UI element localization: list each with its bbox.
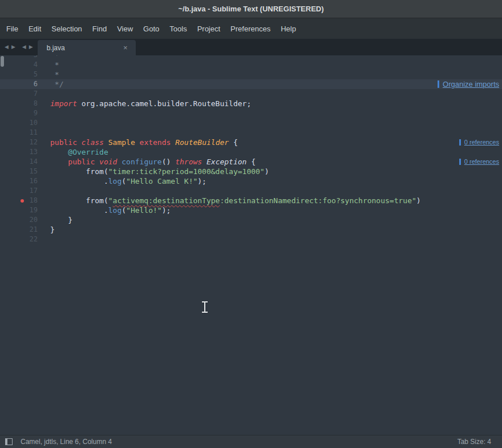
error-dot-icon	[21, 199, 24, 203]
code-line: 3 *	[0, 55, 502, 60]
menu-project[interactable]: Project	[192, 22, 225, 36]
code-line: 13 @Override	[0, 147, 502, 157]
code-line: 8import org.apache.camel.builder.RouteBu…	[0, 99, 502, 108]
code-text: }	[50, 215, 72, 225]
line-number: 21	[5, 225, 38, 235]
line-number: 6	[5, 79, 38, 89]
tab-b-java[interactable]: b.java ×	[38, 40, 136, 55]
window-title-bar[interactable]: ~/b.java - Sublime Text (UNREGISTERED)	[0, 0, 502, 18]
code-text: .log("Hello!");	[50, 205, 171, 215]
code-line: 9	[0, 108, 502, 118]
line-number: 14	[5, 157, 38, 167]
tab-close-icon[interactable]: ×	[123, 44, 128, 51]
lsp-annotation: 0 references	[459, 157, 499, 167]
line-number: 10	[5, 118, 38, 128]
line-number: 22	[5, 235, 38, 244]
line-number: 3	[5, 55, 38, 60]
lsp-annotation: Organize imports	[438, 79, 499, 89]
line-number: 17	[5, 186, 38, 196]
line-number: 12	[5, 138, 38, 147]
tab-label: b.java	[47, 44, 65, 52]
code-text: .log("Hello Camel K!");	[50, 176, 207, 186]
line-number: 11	[5, 128, 38, 138]
menu-preferences[interactable]: Preferences	[225, 22, 276, 36]
code-text: import org.apache.camel.builder.RouteBui…	[50, 99, 251, 108]
line-number: 15	[5, 167, 38, 176]
menubar: FileEditSelectionFindViewGotoToolsProjec…	[0, 18, 502, 39]
scrollbar-thumb[interactable]	[1, 56, 4, 67]
status-left-text: Camel, jdtls, Line 6, Column 4	[21, 438, 112, 446]
code-line: 5 *	[0, 70, 502, 79]
menu-goto[interactable]: Goto	[138, 22, 164, 36]
code-text: */	[50, 79, 63, 89]
status-bar: Camel, jdtls, Line 6, Column 4 Tab Size:…	[0, 435, 502, 448]
code-text: }	[50, 225, 55, 235]
code-text: *	[50, 60, 59, 70]
code-line: 10	[0, 118, 502, 128]
code-line: 11	[0, 128, 502, 138]
code-text: *	[50, 55, 59, 60]
nav-back-icon[interactable]: ◀	[22, 43, 27, 51]
code-line: 6 */Organize imports	[0, 79, 502, 89]
code-line: 16 .log("Hello Camel K!");	[0, 176, 502, 186]
code-line: 15 from("timer:tick?period=1000&delay=10…	[0, 167, 502, 176]
code-text: @Override	[50, 147, 108, 157]
code-line: 21}	[0, 225, 502, 235]
code-line: 7	[0, 89, 502, 99]
code-line: 14 public void configure() throws Except…	[0, 157, 502, 167]
nav-back-icon[interactable]: ◀	[4, 43, 9, 51]
code-text: public class Sample extends RouteBuilder…	[50, 138, 238, 147]
ibeam-cursor-icon	[201, 301, 209, 313]
line-number: 8	[5, 99, 38, 108]
code-line: 18 from("activemq:destinationType:destin…	[0, 196, 502, 205]
annotation-bar	[459, 139, 461, 146]
code-text: from("activemq:destinationType:destinati…	[50, 196, 421, 205]
annotation-link[interactable]: 0 references	[464, 138, 499, 147]
code-text: *	[50, 70, 59, 79]
nav-forward-icon[interactable]: ▶	[11, 43, 16, 51]
code-lines: 3 *4 *5 *6 */Organize imports78import or…	[0, 55, 502, 244]
code-line: 22	[0, 235, 502, 244]
line-number: 9	[5, 108, 38, 118]
tab-nav: ◀▶◀▶	[0, 39, 38, 55]
code-line: 19 .log("Hello!");	[0, 205, 502, 215]
code-line: 17	[0, 186, 502, 196]
line-number: 19	[5, 205, 38, 215]
line-number: 5	[5, 70, 38, 79]
menu-file[interactable]: File	[1, 22, 23, 36]
code-editor[interactable]: 3 *4 *5 *6 */Organize imports78import or…	[0, 55, 502, 435]
status-tab-size[interactable]: Tab Size: 4	[458, 438, 497, 446]
menu-selection[interactable]: Selection	[46, 22, 87, 36]
annotation-link[interactable]: 0 references	[464, 157, 499, 167]
code-line: 4 *	[0, 60, 502, 70]
panel-toggle-icon[interactable]	[5, 438, 13, 445]
menu-help[interactable]: Help	[276, 22, 301, 36]
line-number: 4	[5, 60, 38, 70]
code-text: public void configure() throws Exception…	[50, 157, 256, 167]
line-number: 16	[5, 176, 38, 186]
menu-find[interactable]: Find	[87, 22, 112, 36]
tab-bar: ◀▶◀▶ b.java ×	[0, 39, 502, 55]
annotation-bar	[438, 80, 439, 88]
code-text: from("timer:tick?period=1000&delay=1000"…	[50, 167, 269, 176]
code-line: 12public class Sample extends RouteBuild…	[0, 138, 502, 147]
nav-forward-icon[interactable]: ▶	[29, 43, 34, 51]
line-number: 7	[5, 89, 38, 99]
lsp-annotation: 0 references	[459, 138, 499, 147]
code-line: 20 }	[0, 215, 502, 225]
menu-view[interactable]: View	[112, 22, 138, 36]
annotation-link[interactable]: Organize imports	[443, 79, 499, 89]
line-number: 20	[5, 215, 38, 225]
line-number: 13	[5, 147, 38, 157]
annotation-bar	[459, 159, 461, 165]
window-title: ~/b.java - Sublime Text (UNREGISTERED)	[178, 5, 323, 13]
menu-edit[interactable]: Edit	[23, 22, 46, 36]
menu-tools[interactable]: Tools	[164, 22, 192, 36]
